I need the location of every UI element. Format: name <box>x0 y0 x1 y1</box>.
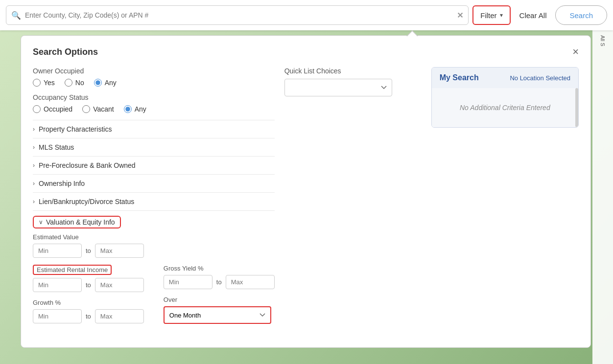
owner-occupied-no[interactable]: No <box>65 79 84 87</box>
valuation-content: Estimated Value to Estimated Rental Inco… <box>33 228 275 336</box>
lien-bankruptcy-chevron: › <box>33 198 35 205</box>
owner-occupied-any[interactable]: Any <box>94 79 117 87</box>
over-select-wrap: One Month Three Months Six Months One Ye… <box>164 306 275 324</box>
left-column: Owner Occupied Yes No Any Occupancy Stat… <box>33 67 275 336</box>
ownership-info-label: Ownership Info <box>39 180 85 187</box>
owner-occupied-yes-label: Yes <box>44 79 55 87</box>
property-characteristics-section[interactable]: › Property Characteristics <box>33 120 275 138</box>
search-wrapper: 🔍 ✕ <box>6 5 469 25</box>
estimated-rental-min[interactable] <box>33 278 82 292</box>
panel-title: Search Options <box>33 47 98 57</box>
gross-yield-max[interactable] <box>226 275 275 289</box>
left-form-col: Estimated Rental Income to Growth % <box>33 265 144 331</box>
scrollbar[interactable] <box>575 88 578 127</box>
occupancy-any-label: Any <box>135 105 146 113</box>
owner-occupied-no-radio[interactable] <box>65 79 72 87</box>
occupancy-vacant-label: Vacant <box>93 105 114 113</box>
growth-inputs: to <box>33 309 144 323</box>
pre-foreclosure-section[interactable]: › Pre-Foreclosure & Bank Owned <box>33 156 275 174</box>
estimated-rental-label: Estimated Rental Income <box>33 265 112 275</box>
occupancy-occupied-radio[interactable] <box>33 105 41 113</box>
estimated-rental-inputs: to <box>33 278 144 292</box>
quick-list-label: Quick List Choices <box>284 67 422 75</box>
valuation-chevron-down-icon: ∨ <box>39 219 43 226</box>
estimated-value-max[interactable] <box>95 244 144 258</box>
over-label: Over <box>164 296 275 303</box>
close-button[interactable]: × <box>572 46 579 58</box>
dropdown-pointer <box>406 30 418 36</box>
filter-button[interactable]: Filter ▾ <box>472 5 510 25</box>
estimated-rental-to: to <box>86 281 91 289</box>
owner-occupied-yes-radio[interactable] <box>33 79 41 87</box>
estimated-rental-max[interactable] <box>95 278 144 292</box>
gross-yield-min[interactable] <box>164 275 212 289</box>
owner-occupied-yes[interactable]: Yes <box>33 79 55 87</box>
ownership-info-section[interactable]: › Ownership Info <box>33 174 275 192</box>
my-search-panel: My Search No Location Selected No Additi… <box>431 67 579 128</box>
owner-occupied-no-label: No <box>75 79 84 87</box>
over-row: Over One Month Three Months Six Months O… <box>164 296 275 324</box>
estimated-value-to: to <box>86 247 91 254</box>
occupancy-occupied-label: Occupied <box>44 105 72 113</box>
ownership-info-chevron: › <box>33 180 35 187</box>
occupancy-vacant-radio[interactable] <box>82 105 90 113</box>
clear-x-icon[interactable]: ✕ <box>457 11 463 20</box>
lien-bankruptcy-label: Lien/Bankruptcy/Divorce Status <box>39 198 134 205</box>
search-input[interactable] <box>25 11 453 19</box>
owner-occupied-radio-group: Yes No Any <box>33 79 275 87</box>
valuation-equity-section[interactable]: ∨ Valuation & Equity Info <box>33 216 121 228</box>
gross-yield-to: to <box>216 278 222 286</box>
two-col-form: Estimated Rental Income to Growth % <box>33 265 275 331</box>
all-s-label: All S <box>600 35 606 46</box>
owner-occupied-label: Owner Occupied <box>33 67 275 75</box>
over-select[interactable]: One Month Three Months Six Months One Ye… <box>164 306 271 324</box>
filter-chevron-icon: ▾ <box>500 12 503 19</box>
quick-list-select[interactable] <box>284 79 392 96</box>
pre-foreclosure-chevron: › <box>33 162 35 169</box>
occupancy-vacant[interactable]: Vacant <box>82 105 114 113</box>
growth-row: Growth % to <box>33 299 144 323</box>
occupancy-status-label: Occupancy Status <box>33 93 275 101</box>
property-characteristics-label: Property Characteristics <box>39 125 112 133</box>
estimated-value-row: Estimated Value to <box>33 233 275 258</box>
no-criteria-text: No Additional Criteria Entered <box>460 104 550 112</box>
mls-status-section[interactable]: › MLS Status <box>33 138 275 156</box>
estimated-value-min[interactable] <box>33 244 82 258</box>
occupancy-any[interactable]: Any <box>124 105 146 113</box>
owner-occupied-any-label: Any <box>105 79 117 87</box>
estimated-rental-row: Estimated Rental Income to <box>33 265 144 292</box>
mls-status-label: MLS Status <box>39 143 74 151</box>
search-button[interactable]: Search <box>555 5 607 25</box>
clear-all-button[interactable]: Clear All <box>515 11 552 20</box>
panel-header: Search Options × <box>33 46 579 58</box>
occupancy-any-radio[interactable] <box>124 105 132 113</box>
lien-bankruptcy-section[interactable]: › Lien/Bankruptcy/Divorce Status <box>33 192 275 210</box>
growth-min[interactable] <box>33 309 82 323</box>
panel-body: Owner Occupied Yes No Any Occupancy Stat… <box>33 67 579 336</box>
map-side-panel: All S <box>592 30 613 364</box>
right-column: My Search No Location Selected No Additi… <box>431 67 579 336</box>
my-search-title: My Search <box>440 73 479 82</box>
mls-status-chevron: › <box>33 144 35 151</box>
owner-occupied-any-radio[interactable] <box>94 79 102 87</box>
filter-label: Filter <box>480 11 496 20</box>
valuation-section-wrapper: ∨ Valuation & Equity Info <box>33 210 275 228</box>
growth-max[interactable] <box>95 309 144 323</box>
search-options-panel: Search Options × Owner Occupied Yes No A… <box>21 35 591 348</box>
property-characteristics-chevron: › <box>33 126 35 133</box>
growth-label: Growth % <box>33 299 144 306</box>
gross-yield-inputs: to <box>164 275 275 289</box>
my-search-body: No Additional Criteria Entered <box>432 88 578 127</box>
gross-yield-label: Gross Yield % <box>164 265 275 272</box>
valuation-equity-label: Valuation & Equity Info <box>46 218 115 226</box>
occupancy-occupied[interactable]: Occupied <box>33 105 72 113</box>
pre-foreclosure-label: Pre-Foreclosure & Bank Owned <box>39 161 136 169</box>
estimated-value-label: Estimated Value <box>33 233 275 241</box>
right-form-col: Gross Yield % to Over One Mon <box>164 265 275 331</box>
gross-yield-row: Gross Yield % to <box>164 265 275 289</box>
occupancy-status-radio-group: Occupied Vacant Any <box>33 105 275 113</box>
growth-to: to <box>86 313 91 320</box>
my-search-header: My Search No Location Selected <box>432 68 578 88</box>
middle-column: Quick List Choices <box>284 67 422 336</box>
top-bar: 🔍 ✕ Filter ▾ Clear All Search <box>0 0 613 30</box>
